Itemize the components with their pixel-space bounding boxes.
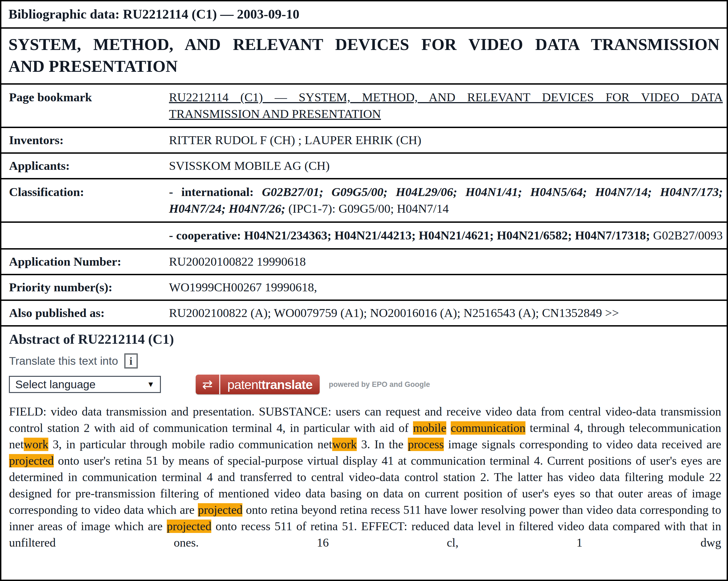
abstract-text-segment: 3, in particular through mobile radio co… — [48, 438, 332, 451]
highlighted-term: work — [332, 438, 357, 451]
priority-numbers-label: Priority number(s): — [1, 275, 166, 300]
classification-cooperative-label — [1, 223, 166, 248]
also-published-as-value: RU2002100822 (A); WO0079759 (A1); NO2001… — [166, 301, 727, 325]
patenttranslate-wordmark-bold: translate — [261, 377, 313, 392]
language-select-value: Select language — [15, 378, 96, 391]
international-ipc17: (IPC1-7): G09G5/00; H04N7/14 — [288, 202, 448, 216]
highlighted-term: projected — [167, 520, 212, 533]
abstract-text-segment: image signals corresponding to video dat… — [444, 438, 721, 451]
translate-row: Translate this text into i — [9, 353, 722, 369]
classification-international-row: Classification: - international: G02B27/… — [1, 179, 727, 223]
highlighted-term: communication — [451, 421, 525, 435]
page-bookmark-label: Page bookmark — [1, 85, 166, 127]
applicants-label: Applicants: — [1, 154, 166, 178]
patent-title-line-2: AND PRESENTATION — [8, 55, 720, 77]
patenttranslate-wordmark-normal: patent — [227, 377, 261, 392]
page-bookmark-link[interactable]: RU2212114 (C1) — SYSTEM, METHOD, AND REL… — [169, 91, 723, 121]
highlighted-term: mobile — [413, 421, 446, 435]
classification-label: Classification: — [1, 179, 166, 222]
cooperative-rest: G02B27/0093 — [653, 229, 723, 242]
abstract-text-segment — [446, 421, 451, 435]
highlighted-term: projected — [198, 503, 243, 516]
page-title: Bibliographic data: RU2212114 (C1) — 200… — [1, 1, 727, 29]
patenttranslate-button[interactable]: ⇄ patenttranslate — [196, 375, 320, 394]
application-number-value: RU20020100822 19990618 — [166, 250, 727, 274]
patent-title-line-1: SYSTEM, METHOD, AND RELEVANT DEVICES FOR… — [8, 33, 720, 55]
chevron-down-icon: ▼ — [147, 380, 155, 389]
also-published-more-link[interactable]: >> — [602, 306, 619, 320]
patent-title: SYSTEM, METHOD, AND RELEVANT DEVICES FOR… — [1, 29, 727, 85]
language-select[interactable]: Select language ▼ — [9, 376, 161, 393]
application-number-label: Application Number: — [1, 250, 166, 274]
highlighted-term: process — [408, 438, 444, 451]
abstract-text-segment: 3. In the — [357, 438, 408, 451]
also-published-as-label: Also published as: — [1, 301, 166, 325]
patenttranslate-wordmark: patenttranslate — [220, 375, 320, 394]
application-number-row: Application Number: RU20020100822 199906… — [1, 250, 727, 275]
classification-cooperative-value: - cooperative: H04N21/234363; H04N21/442… — [166, 223, 727, 248]
international-prefix: - international: — [169, 185, 262, 199]
inventors-row: Inventors: RITTER RUDOL F (CH) ; LAUPER … — [1, 128, 727, 154]
inventors-value: RITTER RUDOL F (CH) ; LAUPER EHRIK (CH) — [166, 128, 727, 152]
classification-cooperative-row: - cooperative: H04N21/234363; H04N21/442… — [1, 223, 727, 250]
abstract-paragraph: FIELD: video data transmission and prese… — [9, 404, 722, 551]
cooperative-codes: H04N21/234363; H04N21/44213; H04N21/4621… — [244, 229, 653, 242]
translate-label: Translate this text into — [9, 355, 118, 368]
priority-numbers-value: WO1999CH00267 19990618, — [166, 275, 727, 300]
also-published-as-list: RU2002100822 (A); WO0079759 (A1); NO2001… — [169, 306, 602, 320]
patenttranslate-tagline: powered by EPO and Google — [329, 380, 430, 389]
bibliographic-data-page: Bibliographic data: RU2212114 (C1) — 200… — [0, 0, 728, 581]
translate-controls-row: Select language ▼ ⇄ patenttranslate powe… — [9, 375, 722, 394]
applicants-value: SVISSKOM MOBILE AG (CH) — [166, 154, 727, 178]
highlighted-term: work — [24, 438, 48, 451]
abstract-heading: Abstract of RU2212114 (C1) — [9, 331, 722, 347]
priority-numbers-row: Priority number(s): WO1999CH00267 199906… — [1, 275, 727, 301]
classification-international-value: - international: G02B27/01; G09G5/00; H0… — [166, 179, 727, 222]
info-icon[interactable]: i — [124, 353, 138, 369]
also-published-as-row: Also published as: RU2002100822 (A); WO0… — [1, 301, 727, 327]
abstract-section: Abstract of RU2212114 (C1) Translate thi… — [1, 327, 727, 580]
swap-arrows-icon: ⇄ — [196, 375, 220, 394]
applicants-row: Applicants: SVISSKOM MOBILE AG (CH) — [1, 154, 727, 179]
cooperative-prefix: - cooperative: — [169, 229, 244, 242]
highlighted-term: projected — [9, 454, 54, 468]
inventors-label: Inventors: — [1, 128, 166, 152]
page-bookmark-value: RU2212114 (C1) — SYSTEM, METHOD, AND REL… — [166, 85, 727, 127]
page-bookmark-row: Page bookmark RU2212114 (C1) — SYSTEM, M… — [1, 85, 727, 128]
